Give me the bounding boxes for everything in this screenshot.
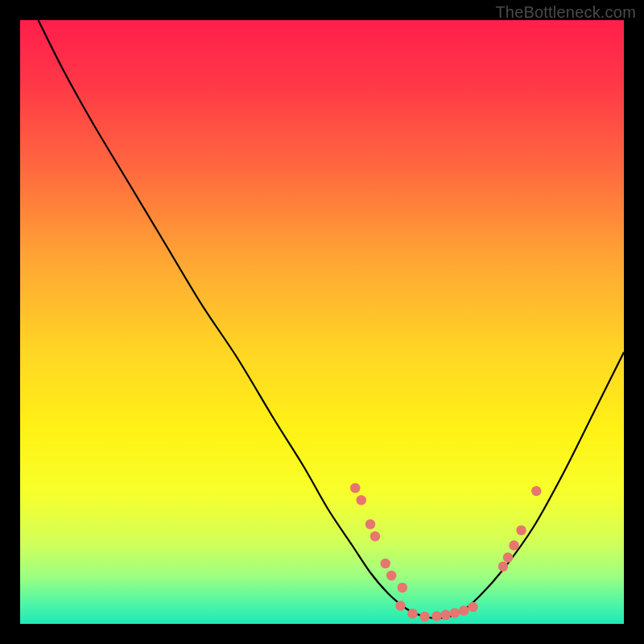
- bottleneck-curve: [39, 20, 625, 618]
- curve-marker: [450, 608, 460, 617]
- curve-marker: [459, 605, 469, 615]
- curve-marker: [398, 583, 407, 592]
- curve-marker: [365, 519, 375, 529]
- curve-marker: [441, 610, 451, 620]
- curve-marker: [419, 612, 429, 621]
- curve-marker: [357, 495, 366, 505]
- curve-marker: [516, 526, 526, 535]
- attribution-text: TheBottleneck.com: [495, 3, 636, 22]
- curve-marker: [407, 609, 417, 618]
- curve-marker: [531, 486, 541, 496]
- chart-frame: TheBottleneck.com: [0, 0, 644, 644]
- curve-marker: [503, 552, 513, 562]
- curve-marker: [468, 602, 477, 612]
- plot-area: [20, 20, 624, 624]
- curve-marker: [381, 559, 390, 568]
- curve-marker: [431, 611, 441, 621]
- curve-markers: [350, 483, 541, 621]
- curve-marker: [498, 562, 508, 572]
- curve-marker: [350, 483, 360, 493]
- curve-marker: [386, 571, 396, 580]
- curve-marker: [509, 540, 518, 550]
- curve-marker: [370, 531, 380, 541]
- curve-marker: [395, 601, 405, 610]
- curve-layer: [20, 20, 624, 624]
